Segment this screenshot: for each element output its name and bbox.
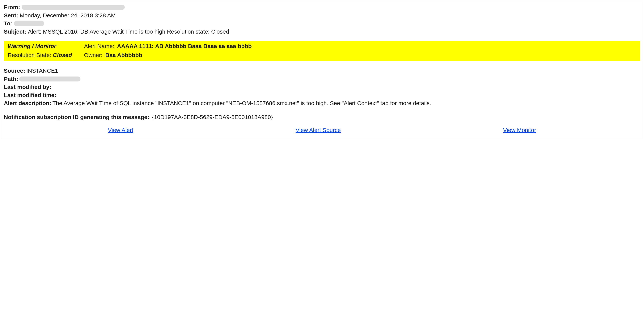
view-monitor-link[interactable]: View Monitor bbox=[503, 126, 536, 134]
email-frame: From: Sent: Monday, December 24, 2018 3:… bbox=[1, 1, 643, 138]
source-value: INSTANCE1 bbox=[26, 67, 58, 75]
to-label: To: bbox=[4, 20, 12, 27]
view-alert-source-link[interactable]: View Alert Source bbox=[296, 126, 341, 134]
subject-label: Subject: bbox=[4, 28, 26, 36]
last-modified-by-line: Last modified by: bbox=[4, 83, 640, 91]
alert-description-label: Alert description: bbox=[4, 100, 51, 106]
notification-id-label: Notification subscription ID generating … bbox=[4, 114, 149, 120]
path-label: Path: bbox=[4, 75, 18, 83]
alert-banner: Warning / Monitor Alert Name: AAAAA 1111… bbox=[4, 41, 640, 61]
banner-warning-label: Warning / Monitor bbox=[8, 42, 82, 50]
view-alert-link[interactable]: View Alert bbox=[108, 126, 133, 134]
sent-label: Sent: bbox=[4, 12, 18, 19]
header-from-line: From: bbox=[4, 3, 640, 11]
alert-name-label: Alert Name: bbox=[84, 43, 114, 49]
path-line: Path: bbox=[4, 75, 640, 83]
last-modified-time-label: Last modified time: bbox=[4, 91, 56, 99]
header-to-line: To: bbox=[4, 20, 640, 27]
sent-value: Monday, December 24, 2018 3:28 AM bbox=[20, 12, 116, 19]
alert-description-value: The Average Wait Time of SQL instance "I… bbox=[52, 100, 431, 106]
notification-id-value: {10D197AA-3E8D-5629-EDA9-5E001018A980} bbox=[152, 114, 273, 120]
resolution-state-label: Resolution State: bbox=[8, 52, 53, 58]
banner-owner: Owner: Baa Abbbbbb bbox=[84, 51, 636, 59]
alert-description-block: Alert description:The Average Wait Time … bbox=[4, 99, 640, 107]
from-label: From: bbox=[4, 3, 20, 11]
body-block: Source: INSTANCE1 Path: Last modified by… bbox=[4, 67, 640, 121]
banner-resolution-state: Resolution State: Closed bbox=[8, 51, 82, 59]
banner-alert-name: Alert Name: AAAAA 1111: AB Abbbbb Baaa B… bbox=[84, 42, 636, 50]
header-sent-line: Sent: Monday, December 24, 2018 3:28 AM bbox=[4, 12, 640, 19]
header-subject-line: Subject: Alert: MSSQL 2016: DB Average W… bbox=[4, 28, 640, 36]
to-redacted bbox=[14, 21, 44, 26]
path-redacted bbox=[19, 76, 80, 81]
links-row: View Alert View Alert Source View Monito… bbox=[4, 126, 640, 134]
notification-id-block: Notification subscription ID generating … bbox=[4, 113, 640, 121]
source-label: Source: bbox=[4, 67, 25, 75]
owner-value: Baa Abbbbbb bbox=[105, 52, 142, 58]
last-modified-time-line: Last modified time: bbox=[4, 91, 640, 99]
subject-value: Alert: MSSQL 2016: DB Average Wait Time … bbox=[28, 28, 229, 36]
owner-label: Owner: bbox=[84, 52, 102, 58]
spacer bbox=[4, 108, 640, 113]
last-modified-by-label: Last modified by: bbox=[4, 83, 51, 91]
alert-name-value: AAAAA 1111: AB Abbbbb Baaa Baaa aa aaa b… bbox=[117, 43, 252, 49]
source-line: Source: INSTANCE1 bbox=[4, 67, 640, 75]
resolution-state-value: Closed bbox=[53, 52, 72, 58]
from-redacted bbox=[22, 5, 125, 10]
